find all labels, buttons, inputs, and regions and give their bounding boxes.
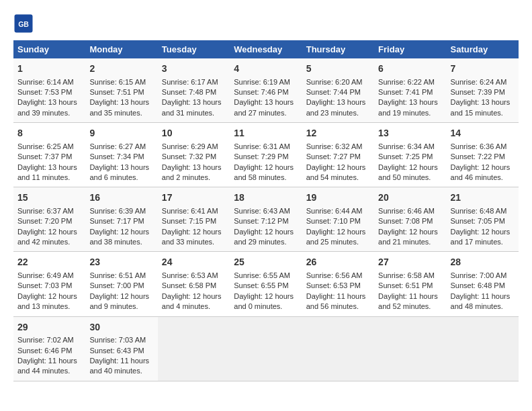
daylight-text: Daylight: 12 hours and 50 minutes. (378, 163, 438, 181)
daylight-text: Daylight: 12 hours and 29 minutes. (234, 228, 294, 246)
sunrise-text: Sunrise: 6:32 AM (306, 142, 363, 150)
daylight-text: Daylight: 12 hours and 54 minutes. (306, 163, 366, 181)
sunset-text: Sunset: 7:53 PM (17, 88, 72, 96)
sunrise-text: Sunrise: 6:15 AM (89, 78, 146, 86)
calendar-table: SundayMondayTuesdayWednesdayThursdayFrid… (13, 40, 519, 381)
sunset-text: Sunset: 7:39 PM (451, 88, 505, 96)
daylight-text: Daylight: 13 hours and 6 minutes. (89, 163, 149, 181)
sunset-text: Sunset: 7:51 PM (89, 88, 144, 96)
sunrise-text: Sunrise: 6:25 AM (17, 142, 74, 150)
calendar-header-row: SundayMondayTuesdayWednesdayThursdayFrid… (13, 40, 519, 58)
calendar-week-1: 1Sunrise: 6:14 AMSunset: 7:53 PMDaylight… (13, 58, 519, 123)
sunset-text: Sunset: 7:03 PM (17, 281, 72, 289)
daylight-text: Daylight: 12 hours and 33 minutes. (162, 228, 222, 246)
sunset-text: Sunset: 7:32 PM (162, 152, 216, 161)
day-number: 25 (234, 256, 298, 269)
daylight-text: Daylight: 12 hours and 42 minutes. (17, 228, 77, 246)
calendar-cell: 30Sunrise: 7:03 AMSunset: 6:43 PMDayligh… (85, 316, 157, 381)
sunrise-text: Sunrise: 6:20 AM (306, 78, 363, 86)
sunset-text: Sunset: 7:29 PM (234, 152, 288, 161)
header-monday: Monday (85, 40, 157, 58)
sunrise-text: Sunrise: 6:43 AM (234, 207, 290, 215)
sunrise-text: Sunrise: 6:37 AM (17, 207, 74, 215)
day-number: 28 (451, 256, 515, 269)
sunset-text: Sunset: 6:51 PM (378, 281, 433, 289)
daylight-text: Daylight: 13 hours and 35 minutes. (89, 98, 149, 116)
daylight-text: Daylight: 11 hours and 48 minutes. (451, 292, 511, 310)
day-number: 11 (234, 127, 298, 140)
calendar-cell (374, 316, 446, 381)
calendar-week-2: 8Sunrise: 6:25 AMSunset: 7:37 PMDaylight… (13, 123, 519, 187)
sunrise-text: Sunrise: 6:55 AM (234, 271, 290, 279)
sunset-text: Sunset: 7:22 PM (451, 152, 505, 161)
calendar-cell: 5Sunrise: 6:20 AMSunset: 7:44 PMDaylight… (302, 58, 374, 123)
calendar-cell: 28Sunrise: 7:00 AMSunset: 6:48 PMDayligh… (447, 252, 519, 316)
daylight-text: Daylight: 13 hours and 39 minutes. (17, 98, 77, 116)
calendar-cell: 12Sunrise: 6:32 AMSunset: 7:27 PMDayligh… (302, 123, 374, 187)
calendar-cell: 24Sunrise: 6:53 AMSunset: 6:58 PMDayligh… (158, 252, 230, 316)
daylight-text: Daylight: 11 hours and 52 minutes. (378, 292, 438, 310)
daylight-text: Daylight: 13 hours and 19 minutes. (378, 98, 438, 116)
header-wednesday: Wednesday (230, 40, 302, 58)
day-number: 4 (234, 62, 298, 76)
calendar-cell: 19Sunrise: 6:44 AMSunset: 7:10 PMDayligh… (302, 187, 374, 252)
sunrise-text: Sunrise: 6:48 AM (451, 207, 507, 215)
calendar-cell: 6Sunrise: 6:22 AMSunset: 7:41 PMDaylight… (374, 58, 446, 123)
day-number: 2 (89, 62, 153, 76)
day-number: 23 (89, 256, 153, 269)
calendar-cell: 18Sunrise: 6:43 AMSunset: 7:12 PMDayligh… (230, 187, 302, 252)
sunrise-text: Sunrise: 7:00 AM (451, 271, 507, 279)
header-saturday: Saturday (447, 40, 519, 58)
header-sunday: Sunday (13, 40, 85, 58)
sunrise-text: Sunrise: 6:29 AM (162, 142, 218, 150)
logo: GB (13, 13, 36, 34)
sunset-text: Sunset: 7:34 PM (89, 152, 144, 161)
daylight-text: Daylight: 13 hours and 2 minutes. (162, 163, 222, 181)
calendar-cell: 20Sunrise: 6:46 AMSunset: 7:08 PMDayligh… (374, 187, 446, 252)
daylight-text: Daylight: 12 hours and 4 minutes. (162, 292, 222, 310)
sunset-text: Sunset: 7:05 PM (451, 217, 505, 225)
sunset-text: Sunset: 6:58 PM (162, 281, 216, 289)
day-number: 13 (378, 127, 442, 140)
sunset-text: Sunset: 7:17 PM (89, 217, 144, 225)
sunrise-text: Sunrise: 6:46 AM (378, 207, 435, 215)
sunrise-text: Sunrise: 6:22 AM (378, 78, 435, 86)
daylight-text: Daylight: 12 hours and 0 minutes. (234, 292, 294, 310)
page-header: GB (13, 13, 519, 34)
sunrise-text: Sunrise: 6:36 AM (451, 142, 507, 150)
daylight-text: Daylight: 13 hours and 31 minutes. (162, 98, 222, 116)
sunset-text: Sunset: 7:27 PM (306, 152, 361, 161)
calendar-week-3: 15Sunrise: 6:37 AMSunset: 7:20 PMDayligh… (13, 187, 519, 252)
sunrise-text: Sunrise: 6:56 AM (306, 271, 363, 279)
sunrise-text: Sunrise: 6:17 AM (162, 78, 218, 86)
daylight-text: Daylight: 12 hours and 25 minutes. (306, 228, 366, 246)
day-number: 6 (378, 62, 442, 76)
calendar-cell: 16Sunrise: 6:39 AMSunset: 7:17 PMDayligh… (85, 187, 157, 252)
day-number: 21 (451, 191, 515, 205)
calendar-cell: 29Sunrise: 7:02 AMSunset: 6:46 PMDayligh… (13, 316, 85, 381)
calendar-cell: 7Sunrise: 6:24 AMSunset: 7:39 PMDaylight… (447, 58, 519, 123)
calendar-cell: 2Sunrise: 6:15 AMSunset: 7:51 PMDaylight… (85, 58, 157, 123)
daylight-text: Daylight: 12 hours and 9 minutes. (89, 292, 149, 310)
calendar-week-4: 22Sunrise: 6:49 AMSunset: 7:03 PMDayligh… (13, 252, 519, 316)
calendar-cell (158, 316, 230, 381)
sunrise-text: Sunrise: 6:53 AM (162, 271, 218, 279)
calendar-cell (447, 316, 519, 381)
daylight-text: Daylight: 13 hours and 11 minutes. (17, 163, 77, 181)
calendar-cell: 3Sunrise: 6:17 AMSunset: 7:48 PMDaylight… (158, 58, 230, 123)
day-number: 10 (162, 127, 226, 140)
sunset-text: Sunset: 7:12 PM (234, 217, 288, 225)
header-friday: Friday (374, 40, 446, 58)
calendar-cell: 26Sunrise: 6:56 AMSunset: 6:53 PMDayligh… (302, 252, 374, 316)
calendar-cell: 15Sunrise: 6:37 AMSunset: 7:20 PMDayligh… (13, 187, 85, 252)
sunset-text: Sunset: 7:44 PM (306, 88, 361, 96)
sunset-text: Sunset: 7:20 PM (17, 217, 72, 225)
calendar-week-5: 29Sunrise: 7:02 AMSunset: 6:46 PMDayligh… (13, 316, 519, 381)
day-number: 7 (451, 62, 515, 76)
sunrise-text: Sunrise: 6:19 AM (234, 78, 290, 86)
calendar-cell (302, 316, 374, 381)
sunset-text: Sunset: 6:43 PM (89, 347, 144, 355)
calendar-cell: 9Sunrise: 6:27 AMSunset: 7:34 PMDaylight… (85, 123, 157, 187)
day-number: 29 (17, 321, 81, 334)
calendar-cell: 13Sunrise: 6:34 AMSunset: 7:25 PMDayligh… (374, 123, 446, 187)
